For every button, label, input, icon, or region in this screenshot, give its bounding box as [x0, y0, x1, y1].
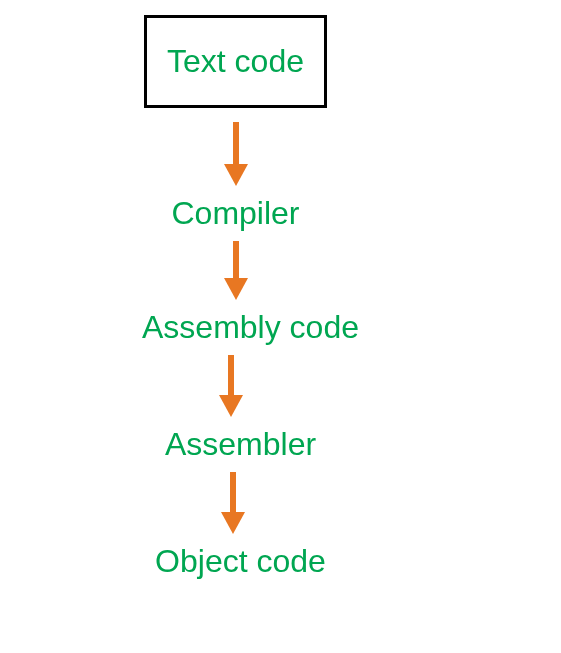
node-object-code: Object code: [155, 543, 326, 580]
arrow-down-icon: [221, 239, 251, 302]
node-label: Object code: [155, 543, 326, 579]
arrow-down-icon: [218, 470, 248, 536]
svg-marker-7: [221, 512, 245, 534]
compilation-flow-diagram: Text code Compiler Assembly code Assembl…: [0, 0, 561, 585]
node-label: Assembly code: [142, 309, 359, 345]
node-label: Compiler: [171, 195, 299, 231]
svg-marker-3: [224, 278, 248, 300]
node-assembly-code: Assembly code: [142, 309, 359, 346]
svg-marker-5: [219, 395, 243, 417]
arrow-down-icon: [221, 120, 251, 188]
arrow-down-icon: [216, 353, 246, 419]
node-label: Assembler: [165, 426, 316, 462]
node-label: Text code: [167, 43, 304, 79]
svg-marker-1: [224, 164, 248, 186]
node-text-code: Text code: [144, 15, 327, 108]
node-compiler: Compiler: [171, 195, 299, 232]
node-assembler: Assembler: [165, 426, 316, 463]
